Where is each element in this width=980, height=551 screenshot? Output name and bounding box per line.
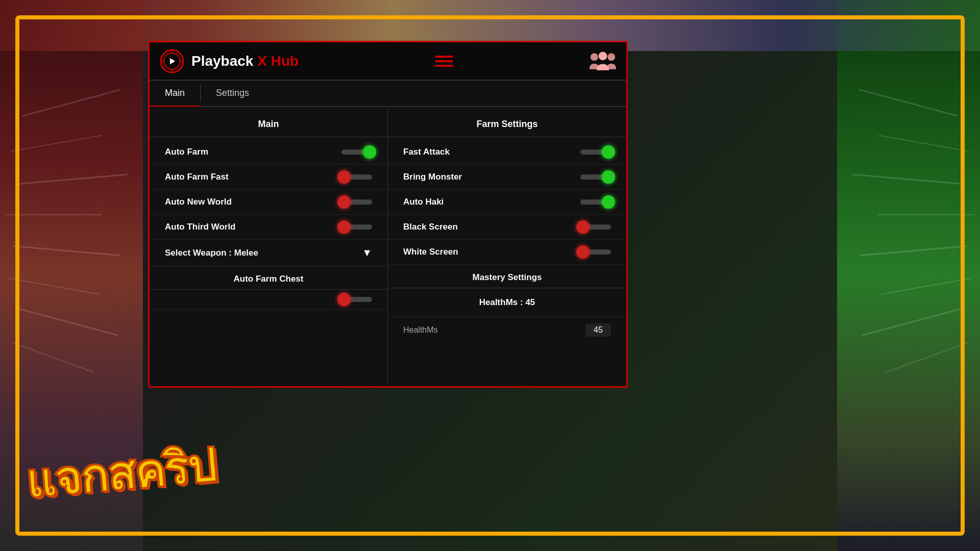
speed-line — [5, 214, 102, 215]
toggle-dot-off — [337, 195, 351, 209]
bring-monster-label: Bring Monster — [403, 172, 462, 182]
left-panel: Main Auto Farm Auto Farm Fast — [150, 107, 388, 386]
toggle-row-white-screen: White Screen — [388, 240, 626, 265]
speed-line — [860, 245, 967, 256]
toggle-row-auto-farm-chest — [150, 290, 387, 310]
auto-haki-label: Auto Haki — [403, 197, 444, 207]
toggle-row-auto-new-world: Auto New World — [150, 190, 387, 215]
speed-line — [862, 308, 961, 336]
left-section-header: Main — [150, 112, 387, 137]
auto-third-world-label: Auto Third World — [165, 222, 236, 232]
toggle-row-auto-third-world: Auto Third World — [150, 215, 387, 240]
health-ms-row: HealthMs : 45 — [388, 288, 626, 317]
speed-line — [15, 173, 127, 185]
title-playback: Playback — [191, 53, 257, 69]
speed-line — [878, 135, 969, 152]
svg-point-9 — [599, 52, 607, 60]
auto-haki-toggle[interactable] — [580, 199, 611, 205]
toggle-dot-off — [337, 220, 351, 234]
dropdown-arrow-icon: ▼ — [362, 247, 372, 259]
panel-header: Playback X Hub — [150, 42, 626, 81]
speed-line — [13, 342, 94, 373]
toggle-dot-on — [602, 145, 615, 159]
content-area: Main Auto Farm Auto Farm Fast — [150, 107, 626, 386]
right-section-header: Farm Settings — [388, 112, 626, 137]
speed-line — [881, 278, 972, 294]
toggle-dot-off — [576, 220, 590, 234]
mastery-section-header: Mastery Settings — [388, 267, 626, 288]
header-title: Playback X Hub — [191, 53, 299, 69]
menu-bar-2 — [435, 60, 453, 62]
health-ms-value-box[interactable]: 45 — [585, 323, 611, 337]
svg-point-7 — [591, 53, 598, 61]
logo-icon — [160, 49, 184, 73]
auto-farm-label: Auto Farm — [165, 147, 208, 157]
tab-settings[interactable]: Settings — [201, 81, 264, 107]
toggle-dot-on — [363, 145, 376, 159]
title-hub: Hub — [267, 53, 299, 69]
toggle-track — [341, 149, 372, 155]
auto-new-world-label: Auto New World — [165, 197, 232, 207]
header-left: Playback X Hub — [160, 49, 299, 73]
tab-navigation: Main Settings — [150, 81, 626, 107]
speed-line — [8, 278, 99, 294]
toggle-dot-off — [576, 245, 590, 259]
toggle-dot-off — [337, 293, 351, 306]
toggle-row-black-screen: Black Screen — [388, 215, 626, 240]
black-screen-label: Black Screen — [403, 222, 458, 232]
main-panel: Playback X Hub Main Settings — [148, 41, 628, 388]
fast-attack-toggle[interactable] — [580, 149, 611, 155]
toggle-dot-on — [602, 195, 615, 209]
fast-attack-label: Fast Attack — [403, 147, 450, 157]
toggle-track — [580, 199, 611, 205]
auto-farm-toggle[interactable] — [341, 149, 372, 155]
auto-farm-fast-label: Auto Farm Fast — [165, 172, 229, 182]
toggle-track — [580, 174, 611, 180]
bring-monster-toggle[interactable] — [580, 174, 611, 180]
toggle-dot-off — [337, 170, 351, 184]
sub-section-auto-farm-chest: Auto Farm Chest — [150, 269, 387, 290]
toggle-row-fast-attack: Fast Attack — [388, 140, 626, 165]
health-ms-text: HealthMs : 45 — [479, 297, 535, 308]
toggle-track — [341, 297, 372, 302]
auto-third-world-toggle[interactable] — [341, 224, 372, 230]
white-screen-label: White Screen — [403, 247, 458, 257]
black-screen-toggle[interactable] — [580, 224, 611, 230]
toggle-track — [341, 174, 372, 180]
tab-main[interactable]: Main — [150, 81, 200, 107]
menu-bar-3 — [435, 65, 453, 67]
title-x: X — [257, 53, 267, 69]
toggle-track — [580, 249, 611, 255]
toggle-track — [341, 199, 372, 205]
white-screen-toggle[interactable] — [580, 249, 611, 255]
svg-point-8 — [607, 53, 615, 61]
right-panel: Farm Settings Fast Attack Bring Monster — [388, 107, 626, 386]
toggle-track — [580, 224, 611, 230]
speed-line — [19, 308, 118, 336]
select-weapon-label: Select Weapon : Melee — [165, 248, 258, 258]
auto-farm-chest-toggle[interactable] — [341, 297, 372, 302]
menu-button[interactable] — [435, 56, 453, 67]
auto-farm-fast-toggle[interactable] — [341, 174, 372, 180]
toggle-track — [341, 224, 372, 230]
speed-line — [859, 89, 958, 117]
health-ms-label-text: HealthMs — [403, 325, 438, 335]
toggle-dot-on — [602, 170, 615, 184]
toggle-track — [580, 149, 611, 155]
auto-new-world-toggle[interactable] — [341, 199, 372, 205]
speed-line — [886, 342, 967, 373]
speed-line — [22, 89, 121, 117]
menu-bar-1 — [435, 56, 453, 58]
toggle-row-auto-farm: Auto Farm — [150, 140, 387, 165]
toggle-row-bring-monster: Bring Monster — [388, 165, 626, 190]
speed-line — [878, 214, 975, 215]
health-ms-value-row: HealthMs 45 — [388, 317, 626, 343]
toggle-row-auto-farm-fast: Auto Farm Fast — [150, 165, 387, 190]
speed-line — [13, 245, 119, 256]
select-weapon-row[interactable]: Select Weapon : Melee ▼ — [150, 240, 387, 266]
speed-line — [11, 135, 102, 152]
users-icon[interactable] — [590, 51, 616, 72]
toggle-row-auto-haki: Auto Haki — [388, 190, 626, 215]
speed-line — [852, 173, 964, 185]
